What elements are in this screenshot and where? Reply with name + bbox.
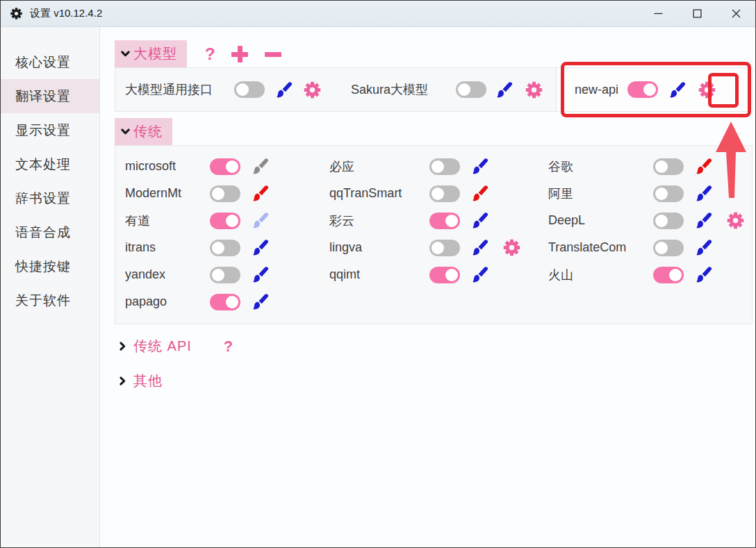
sidebar-item-about[interactable]: 关于软件 xyxy=(1,283,99,317)
brush-icon[interactable] xyxy=(251,292,270,311)
service-toggle[interactable] xyxy=(210,294,240,310)
toggle-knob xyxy=(655,160,668,173)
minimize-button[interactable] xyxy=(639,1,677,26)
brush-icon[interactable] xyxy=(470,211,489,230)
service-toggle[interactable] xyxy=(429,213,460,229)
service-toggle[interactable] xyxy=(234,81,265,98)
sidebar-item-text-processing[interactable]: 文本处理 xyxy=(1,147,99,181)
traditional-panel: microsoft ModernMt 有道 xyxy=(115,145,753,324)
traditional-api-section-header[interactable]: 传统 API ? xyxy=(117,337,753,356)
service-toggle[interactable] xyxy=(456,81,486,98)
brush-icon[interactable] xyxy=(470,184,489,203)
service-row: 谷歌 xyxy=(539,153,752,180)
brush-icon[interactable] xyxy=(251,238,270,257)
brush-icon[interactable] xyxy=(470,238,489,257)
service-toggle[interactable] xyxy=(653,158,684,175)
traditional-column-3: 谷歌 阿里 DeepL xyxy=(539,153,752,315)
close-button[interactable] xyxy=(716,1,755,26)
service-row: qqimt xyxy=(320,261,539,288)
toggle-knob xyxy=(432,160,444,173)
toggle-knob xyxy=(655,242,668,254)
titlebar: 设置 v10.12.4.2 xyxy=(1,1,755,27)
brush-icon[interactable] xyxy=(694,265,713,284)
brush-icon[interactable] xyxy=(495,81,513,99)
brush-icon[interactable] xyxy=(251,157,270,176)
llm-section-toggle[interactable]: 大模型 xyxy=(115,40,187,67)
service-row: 阿里 xyxy=(539,180,752,207)
sidebar-item-dictionary[interactable]: 辞书设置 xyxy=(1,181,99,215)
service-toggle[interactable] xyxy=(210,213,240,229)
service-toggle[interactable] xyxy=(210,158,240,175)
brush-icon[interactable] xyxy=(470,157,489,176)
llm-help-button[interactable]: ? xyxy=(205,46,215,63)
sidebar-item-tts[interactable]: 语音合成 xyxy=(1,215,99,249)
service-toggle[interactable] xyxy=(627,81,658,98)
toggle-knob xyxy=(655,215,668,227)
brush-icon[interactable] xyxy=(251,211,270,230)
brush-icon[interactable] xyxy=(694,238,713,257)
service-toggle[interactable] xyxy=(210,185,240,202)
service-row: TranslateCom xyxy=(539,234,752,261)
gear-icon[interactable] xyxy=(698,81,716,99)
toggle-knob xyxy=(445,269,458,281)
sidebar-item-core[interactable]: 核心设置 xyxy=(1,45,99,79)
service-row: microsoft xyxy=(115,153,320,180)
traditional-section-title: 传统 xyxy=(133,122,163,141)
window-title: 设置 v10.12.4.2 xyxy=(30,7,102,20)
traditional-api-help-button[interactable]: ? xyxy=(224,339,233,354)
add-llm-button[interactable] xyxy=(231,45,249,63)
brush-icon[interactable] xyxy=(251,184,270,203)
service-toggle[interactable] xyxy=(429,158,460,175)
service-label: 必应 xyxy=(329,158,429,175)
toggle-knob xyxy=(432,188,444,200)
service-label: 阿里 xyxy=(548,185,653,202)
service-label: 大模型通用接口 xyxy=(125,81,234,98)
other-section-header[interactable]: 其他 xyxy=(117,372,753,390)
traditional-section-toggle[interactable]: 传统 xyxy=(115,118,172,145)
sidebar-item-hotkeys[interactable]: 快捷按键 xyxy=(1,249,99,283)
service-toggle[interactable] xyxy=(429,267,460,283)
gear-icon[interactable] xyxy=(726,211,745,230)
gear-icon[interactable] xyxy=(525,81,543,99)
gear-icon[interactable] xyxy=(303,81,322,99)
service-label: 有道 xyxy=(125,213,210,229)
chevron-down-icon xyxy=(120,126,131,137)
brush-icon[interactable] xyxy=(668,81,687,99)
service-row: qqTranSmart xyxy=(320,180,539,207)
brush-icon[interactable] xyxy=(251,265,270,284)
service-label: itrans xyxy=(125,240,210,255)
service-row: DeepL xyxy=(539,207,752,234)
toggle-knob xyxy=(236,83,249,96)
service-toggle[interactable] xyxy=(653,267,684,283)
service-label: lingva xyxy=(329,240,429,255)
service-label: DeepL xyxy=(548,213,653,228)
service-toggle[interactable] xyxy=(653,213,684,229)
service-toggle[interactable] xyxy=(429,185,460,202)
maximize-button[interactable] xyxy=(677,1,716,26)
service-row: lingva xyxy=(320,234,539,261)
service-toggle[interactable] xyxy=(210,240,240,256)
brush-icon[interactable] xyxy=(470,265,489,284)
service-toggle[interactable] xyxy=(429,240,460,256)
service-label: 谷歌 xyxy=(548,158,653,175)
service-toggle[interactable] xyxy=(653,240,684,256)
brush-icon[interactable] xyxy=(274,81,293,99)
toggle-knob xyxy=(643,83,656,96)
sidebar-item-display[interactable]: 显示设置 xyxy=(1,113,99,147)
chevron-right-icon xyxy=(117,341,128,351)
service-row-new-api: new-api xyxy=(556,68,752,111)
remove-llm-button[interactable] xyxy=(264,45,282,63)
brush-icon[interactable] xyxy=(694,157,713,176)
service-label: 火山 xyxy=(548,267,653,283)
service-label: 彩云 xyxy=(329,213,429,229)
brush-icon[interactable] xyxy=(694,184,713,203)
service-toggle[interactable] xyxy=(653,185,684,202)
maximize-icon xyxy=(693,9,702,18)
service-toggle[interactable] xyxy=(210,267,240,283)
sidebar-item-translation[interactable]: 翻译设置 xyxy=(1,79,99,113)
toggle-knob xyxy=(212,242,224,254)
toggle-knob xyxy=(212,269,224,281)
gear-icon[interactable] xyxy=(502,238,521,257)
brush-icon[interactable] xyxy=(694,211,713,230)
toggle-knob xyxy=(655,188,668,200)
